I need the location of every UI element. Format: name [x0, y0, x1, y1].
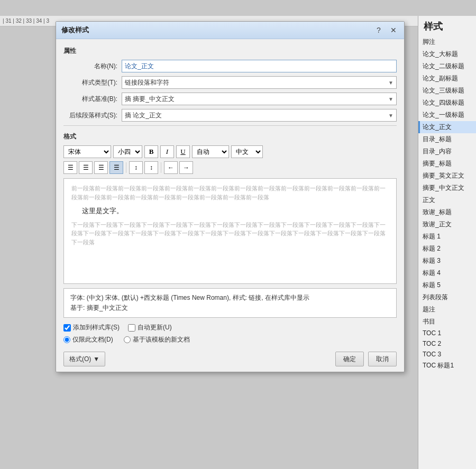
- align-left-button[interactable]: ☰: [63, 161, 77, 174]
- style-list-item[interactable]: 目录_标题: [418, 133, 476, 145]
- style-list-item[interactable]: 标题 5: [418, 279, 476, 291]
- align-right-button[interactable]: ☰: [94, 161, 108, 174]
- name-input[interactable]: [122, 60, 397, 72]
- indent-increase-button[interactable]: →: [179, 161, 193, 174]
- preview-next-text: 下一段落下一段落下一段落下一段落下一段落下一段落下一段落下一段落下一段落下一段落…: [71, 220, 389, 247]
- style-list-item[interactable]: 列表段落: [418, 291, 476, 304]
- description-box: 字体: (中文) 宋体, (默认) +西文标题 (Times New Roman…: [63, 288, 397, 318]
- style-list-item[interactable]: 摘要_中文正文: [418, 182, 476, 194]
- underline-button[interactable]: U: [176, 145, 190, 158]
- auto-update-label[interactable]: 自动更新(U): [128, 323, 172, 332]
- format-toolbar: 宋体 小四 B I U 自动 中文: [63, 145, 397, 158]
- radio-row: 仅限此文档(D) 基于该模板的新文档: [63, 335, 397, 344]
- preview-box: 前一段落前一段落前一段落前一段落前一段落前一段落前一段落前一段落前一段落前一段落…: [63, 178, 397, 284]
- name-row: 名称(N):: [63, 60, 397, 72]
- toolbar-separator-1: [126, 162, 126, 173]
- style-list-item[interactable]: TOC 1: [418, 328, 476, 338]
- style-list-item[interactable]: 论文_副标题: [418, 72, 476, 85]
- close-button[interactable]: ✕: [388, 25, 399, 35]
- dialog-titlebar: 修改样式 ? ✕: [56, 22, 404, 39]
- cancel-button[interactable]: 取消: [368, 352, 397, 366]
- modify-style-dialog: 修改样式 ? ✕ 属性 名称(N): 样式类型(T): 链接段落和字符 ▼ 样式: [56, 21, 405, 372]
- style-list-item[interactable]: 标题 4: [418, 267, 476, 279]
- style-list-item[interactable]: 论文_四级标题: [418, 97, 476, 109]
- next-para-select-wrap: 摘 论文_正文 ▼: [122, 109, 397, 122]
- bold-button[interactable]: B: [144, 145, 158, 158]
- styles-list: 脚注论文_大标题论文_二级标题论文_副标题论文_三级标题论文_四级标题论文_一级…: [418, 36, 476, 372]
- style-type-label: 样式类型(T):: [63, 78, 122, 87]
- style-list-item[interactable]: 论文_三级标题: [418, 85, 476, 97]
- footer-left: 格式(O) ▼: [63, 352, 105, 366]
- style-list-item[interactable]: 脚注: [418, 36, 476, 48]
- auto-update-checkbox[interactable]: [128, 324, 135, 332]
- size-select[interactable]: 小四: [113, 145, 142, 158]
- font-select[interactable]: 宋体: [63, 145, 111, 158]
- only-this-doc-radio[interactable]: [63, 336, 70, 343]
- style-list-item[interactable]: 致谢_标题: [418, 206, 476, 218]
- description-text: 字体: (中文) 宋体, (默认) +西文标题 (Times New Roman…: [70, 294, 309, 311]
- styles-panel-title: 样式: [418, 16, 476, 36]
- lang-select[interactable]: 中文: [231, 145, 263, 158]
- style-list-item[interactable]: 摘要_英文正文: [418, 170, 476, 182]
- style-list-item[interactable]: 论文_一级标题: [418, 109, 476, 121]
- style-list-item[interactable]: 论文_正文: [418, 121, 476, 133]
- style-base-label: 样式基准(B):: [63, 95, 122, 104]
- style-type-row: 样式类型(T): 链接段落和字符 ▼: [63, 76, 397, 89]
- style-list-item[interactable]: TOC 3: [418, 349, 476, 360]
- format-menu-button[interactable]: 格式(O) ▼: [63, 352, 105, 366]
- preview-prev-text: 前一段落前一段落前一段落前一段落前一段落前一段落前一段落前一段落前一段落前一段落…: [71, 184, 389, 201]
- style-list-item[interactable]: 标题 2: [418, 243, 476, 255]
- preview-main-text: 这里是文字。: [82, 206, 389, 216]
- style-base-select[interactable]: 摘 摘要_中文正文: [122, 93, 397, 105]
- next-para-label: 后续段落样式(S):: [63, 111, 122, 120]
- new-doc-template-label[interactable]: 基于该模板的新文档: [124, 335, 190, 344]
- options-row: 添加到样式库(S) 自动更新(U): [63, 323, 397, 332]
- next-para-row: 后续段落样式(S): 摘 论文_正文 ▼: [63, 109, 397, 122]
- style-list-item[interactable]: 目录_内容: [418, 145, 476, 158]
- dialog-title: 修改样式: [61, 25, 89, 35]
- style-list-item[interactable]: 论文_二级标题: [418, 60, 476, 72]
- style-list-item[interactable]: 摘要_标题: [418, 158, 476, 170]
- style-base-select-wrap: 摘 摘要_中文正文 ▼: [122, 93, 397, 105]
- style-list-item[interactable]: 书目: [418, 316, 476, 328]
- name-label: 名称(N):: [63, 62, 122, 71]
- add-to-library-checkbox[interactable]: [63, 324, 71, 332]
- dialog-controls: ? ✕: [373, 25, 399, 35]
- dialog-footer: 格式(O) ▼ 确定 取消: [63, 350, 397, 366]
- style-type-select[interactable]: 链接段落和字符: [122, 76, 397, 89]
- style-type-select-wrap: 链接段落和字符 ▼: [122, 76, 397, 89]
- style-list-item[interactable]: 标题 3: [418, 255, 476, 267]
- toolbar-separator-2: [161, 162, 161, 173]
- only-this-doc-label[interactable]: 仅限此文档(D): [63, 335, 113, 344]
- style-list-item[interactable]: TOC 2: [418, 338, 476, 349]
- format-section-header: 格式: [63, 132, 397, 141]
- confirm-button[interactable]: 确定: [335, 352, 364, 366]
- format-menu-arrow-icon: ▼: [93, 355, 99, 363]
- indent-decrease-button[interactable]: ←: [164, 161, 178, 174]
- style-list-item[interactable]: 致谢_正文: [418, 218, 476, 231]
- help-button[interactable]: ?: [373, 25, 384, 35]
- style-list-item[interactable]: 标题 1: [418, 231, 476, 243]
- style-base-row: 样式基准(B): 摘 摘要_中文正文 ▼: [63, 93, 397, 105]
- style-list-item[interactable]: 论文_大标题: [418, 48, 476, 60]
- align-center-button[interactable]: ☰: [79, 161, 93, 174]
- styles-panel: 样式 脚注论文_大标题论文_二级标题论文_副标题论文_三级标题论文_四级标题论文…: [418, 16, 476, 469]
- ruler-marks: | 31 | 32 | 33 | 34 | 3: [3, 18, 49, 24]
- align-justify-button[interactable]: ☰: [109, 161, 123, 174]
- style-list-item[interactable]: 题注: [418, 304, 476, 316]
- properties-section-header: 属性: [63, 47, 397, 56]
- next-para-select[interactable]: 摘 论文_正文: [122, 109, 397, 122]
- color-select[interactable]: 自动: [192, 145, 229, 158]
- footer-right: 确定 取消: [335, 352, 397, 366]
- style-list-item[interactable]: 正文: [418, 194, 476, 206]
- format-section: 格式 宋体 小四 B I U 自动 中文: [63, 125, 397, 284]
- align-toolbar: ☰ ☰ ☰ ☰ ↕ ↕ ← →: [63, 161, 397, 174]
- style-list-item[interactable]: TOC 标题1: [418, 360, 476, 372]
- line-spacing-button[interactable]: ↕: [129, 161, 143, 174]
- italic-button[interactable]: I: [160, 145, 174, 158]
- dialog-body: 属性 名称(N): 样式类型(T): 链接段落和字符 ▼ 样式基准(B): 摘 …: [56, 39, 404, 372]
- add-to-library-label[interactable]: 添加到样式库(S): [63, 323, 120, 332]
- para-spacing-button[interactable]: ↕: [144, 161, 158, 174]
- new-doc-template-radio[interactable]: [124, 336, 131, 343]
